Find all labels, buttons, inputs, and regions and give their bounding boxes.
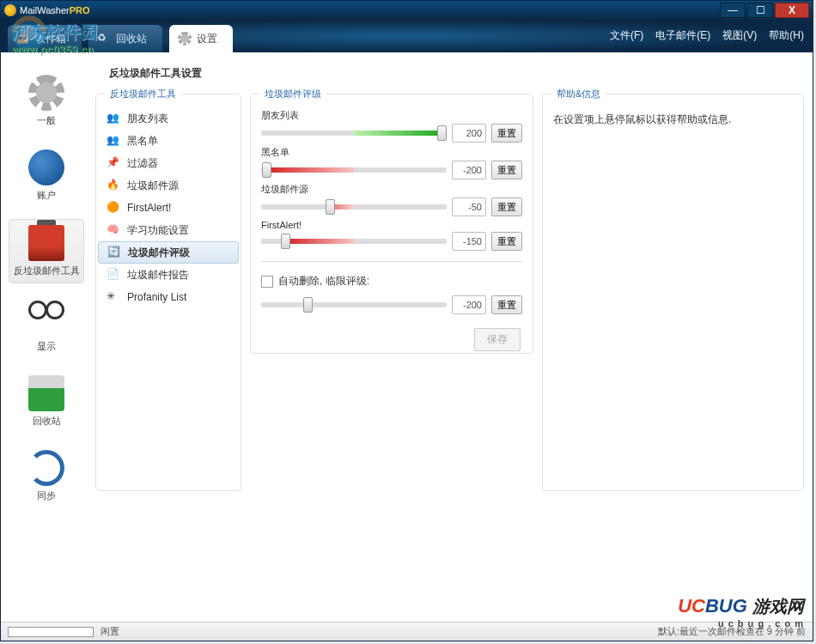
sidebar-item-sync[interactable]: 同步 xyxy=(9,445,84,507)
slider-thumb-icon[interactable] xyxy=(326,199,335,215)
gear-icon xyxy=(178,32,192,46)
blacklist-icon: 👥 xyxy=(107,134,120,148)
tool-friends[interactable]: 👥朋友列表 xyxy=(98,107,239,130)
tab-recycle[interactable]: ♻ 回收站 xyxy=(88,25,162,52)
auto-delete-row: 自动删除, 临限评级: xyxy=(261,274,522,289)
settings-content: 反垃圾邮件工具设置 反垃圾邮件工具 👥朋友列表 👥黑名单 📌过滤器 🔥垃圾邮件源… xyxy=(92,52,813,622)
tab-inbox-label: 收件箱 xyxy=(35,32,66,46)
reset-button[interactable]: 重置 xyxy=(491,161,522,179)
app-logo-icon xyxy=(4,4,16,16)
sidebar-item-label: 回收站 xyxy=(33,415,61,428)
auto-delete-label: 自动删除, 临限评级: xyxy=(278,274,369,289)
titlebar: MailWasherPRO — ☐ X xyxy=(1,1,813,20)
main-area: 一般 账户 反垃圾邮件工具 显示 回收站 同步 xyxy=(1,52,813,622)
progress-meter xyxy=(8,627,94,637)
rating-value[interactable]: 200 xyxy=(452,124,486,143)
tools-panel-title: 反垃圾邮件工具 xyxy=(105,88,181,100)
auto-delete-slider-row: -200重置 xyxy=(261,295,522,314)
reset-button[interactable]: 重置 xyxy=(491,124,522,143)
at-icon xyxy=(28,149,64,185)
sidebar-item-label: 反垃圾邮件工具 xyxy=(14,264,80,277)
glasses-icon xyxy=(28,301,64,337)
tools-list: 👥朋友列表 👥黑名单 📌过滤器 🔥垃圾邮件源 🟠FirstAlert! 🧠学习功… xyxy=(96,104,241,312)
reset-button[interactable]: 重置 xyxy=(491,295,522,314)
rating-value[interactable]: -150 xyxy=(452,232,486,251)
reset-button[interactable]: 重置 xyxy=(491,197,522,216)
sync-icon xyxy=(28,450,64,486)
auto-delete-value[interactable]: -200 xyxy=(452,295,486,314)
tool-label: FirstAlert! xyxy=(127,202,171,214)
rating-label: FirstAlert! xyxy=(261,220,522,230)
tool-label: 垃圾邮件评级 xyxy=(128,246,190,260)
menu-view[interactable]: 视图(V) xyxy=(722,28,757,43)
rating-slider[interactable] xyxy=(261,125,447,141)
reset-button[interactable]: 重置 xyxy=(491,232,522,251)
sidebar-item-label: 一般 xyxy=(37,114,56,127)
filter-icon: 📌 xyxy=(107,156,120,170)
maximize-button[interactable]: ☐ xyxy=(747,3,773,18)
save-button[interactable]: 保存 xyxy=(474,328,521,351)
help-panel: 帮助&信息 在设置项上悬停鼠标以获得帮助或信息. xyxy=(542,88,804,491)
tool-blacklist[interactable]: 👥黑名单 xyxy=(98,130,239,152)
rating-slider[interactable] xyxy=(261,199,447,215)
app-name-text: MailWasher xyxy=(20,5,70,15)
settings-sidebar: 一般 账户 反垃圾邮件工具 显示 回收站 同步 xyxy=(1,52,92,622)
tool-rating[interactable]: 🔄垃圾邮件评级 xyxy=(98,241,239,264)
rating-value[interactable]: -50 xyxy=(452,197,486,216)
tool-firstalert[interactable]: 🟠FirstAlert! xyxy=(98,197,239,219)
rating-value[interactable]: -200 xyxy=(452,161,486,179)
app-suffix-text: PRO xyxy=(70,5,90,15)
sidebar-item-spamtools[interactable]: 反垃圾邮件工具 xyxy=(9,219,84,283)
tool-report[interactable]: 📄垃圾邮件报告 xyxy=(98,264,239,286)
sidebar-item-label: 账户 xyxy=(37,189,56,202)
minimize-button[interactable]: — xyxy=(720,3,746,18)
tab-settings[interactable]: 设置 xyxy=(169,25,233,52)
menu-file[interactable]: 文件(F) xyxy=(610,28,643,43)
rating-icon: 🔄 xyxy=(107,246,121,259)
tool-profanity[interactable]: ✳Profanity List xyxy=(98,286,239,308)
slider-thumb-icon[interactable] xyxy=(262,162,271,178)
divider xyxy=(261,261,522,262)
tools-panel: 反垃圾邮件工具 👥朋友列表 👥黑名单 📌过滤器 🔥垃圾邮件源 🟠FirstAle… xyxy=(95,88,241,491)
slider-thumb-icon[interactable] xyxy=(281,234,290,249)
tool-spamsource[interactable]: 🔥垃圾邮件源 xyxy=(98,174,239,197)
gear-icon xyxy=(28,75,64,111)
alert-icon: 🟠 xyxy=(107,201,120,215)
rating-slider[interactable] xyxy=(261,162,447,178)
sidebar-item-general[interactable]: 一般 xyxy=(9,70,84,132)
sidebar-item-display[interactable]: 显示 xyxy=(9,295,84,358)
rating-label: 朋友列表 xyxy=(261,109,522,122)
auto-delete-slider[interactable] xyxy=(261,297,447,313)
tool-learning[interactable]: 🧠学习功能设置 xyxy=(98,219,239,241)
inbox-icon: 📥 xyxy=(16,32,30,46)
sidebar-item-label: 同步 xyxy=(37,489,56,502)
app-title: MailWasherPRO xyxy=(20,5,90,15)
rating-group: 垃圾邮件源-50重置 xyxy=(261,183,522,216)
tool-filter[interactable]: 📌过滤器 xyxy=(98,152,239,174)
tab-recycle-label: 回收站 xyxy=(116,32,147,46)
brain-icon: 🧠 xyxy=(107,223,120,237)
rating-group: FirstAlert!-150重置 xyxy=(261,220,522,251)
tool-label: 学习功能设置 xyxy=(127,223,189,238)
rating-group: 朋友列表200重置 xyxy=(261,109,522,143)
rating-label: 垃圾邮件源 xyxy=(261,183,522,196)
menu-help[interactable]: 帮助(H) xyxy=(769,28,804,43)
menu-email[interactable]: 电子邮件(E) xyxy=(655,28,710,43)
tool-label: 垃圾邮件报告 xyxy=(127,268,189,283)
ratings-panel-title: 垃圾邮件评级 xyxy=(259,88,326,100)
rating-slider[interactable] xyxy=(261,234,447,249)
slider-thumb-icon[interactable] xyxy=(437,125,447,141)
tab-inbox[interactable]: 📥 收件箱 xyxy=(8,25,82,52)
sidebar-item-label: 显示 xyxy=(37,340,56,353)
friends-icon: 👥 xyxy=(107,112,120,125)
auto-delete-checkbox[interactable] xyxy=(261,276,273,288)
sidebar-item-recycle[interactable]: 回收站 xyxy=(9,370,84,433)
slider-thumb-icon[interactable] xyxy=(303,297,313,313)
rating-label: 黑名单 xyxy=(261,146,522,159)
app-window: MailWasherPRO — ☐ X 📥 收件箱 ♻ 回收站 设置 文件(F)… xyxy=(0,0,813,641)
top-toolbar: 📥 收件箱 ♻ 回收站 设置 文件(F) 电子邮件(E) 视图(V) 帮助(H) xyxy=(1,20,813,52)
page-title: 反垃圾邮件工具设置 xyxy=(95,61,804,88)
close-button[interactable]: X xyxy=(775,3,809,18)
sidebar-item-accounts[interactable]: 账户 xyxy=(9,144,84,207)
status-idle-text: 闲置 xyxy=(100,625,119,638)
